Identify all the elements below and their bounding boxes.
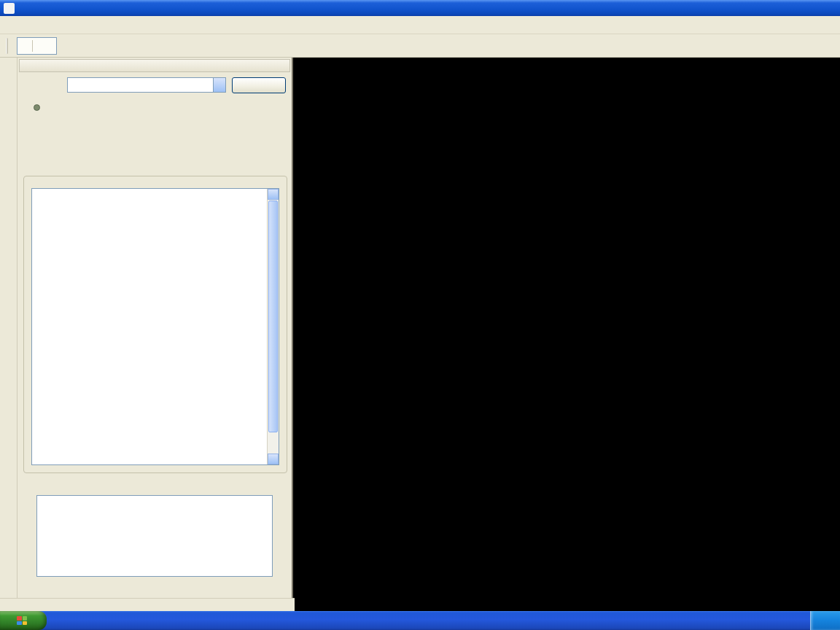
status-bar-readouts	[295, 598, 840, 611]
object-info-groupbox	[23, 176, 287, 473]
report-rows	[32, 189, 267, 464]
toolbar	[0, 34, 840, 58]
object-info-report	[31, 188, 279, 465]
result-bullet-icon	[34, 104, 40, 111]
status-bar	[0, 598, 840, 611]
scrollbar-up-icon[interactable]	[268, 189, 279, 200]
menu-bar	[0, 16, 840, 34]
toolbar-grip[interactable]	[6, 38, 8, 54]
scrollbar-down-icon[interactable]	[268, 454, 279, 464]
start-button[interactable]	[0, 611, 47, 630]
status-bar-left	[0, 598, 295, 611]
taskbar	[0, 611, 840, 630]
system-tray	[810, 611, 840, 630]
sky-chart[interactable]	[293, 58, 840, 598]
search-combobox[interactable]	[67, 77, 226, 93]
find-button[interactable]	[232, 77, 286, 93]
time-date-divider	[32, 40, 33, 52]
related-results-list[interactable]	[36, 495, 273, 577]
time-date-field[interactable]	[17, 37, 57, 55]
windows-logo-icon	[17, 616, 27, 625]
combo-dropdown-button[interactable]	[213, 78, 225, 92]
find-panel	[18, 58, 293, 598]
title-bar	[0, 0, 840, 16]
report-scrollbar[interactable]	[267, 189, 279, 464]
scrollbar-track[interactable]	[268, 200, 279, 454]
scrollbar-thumb[interactable]	[268, 201, 278, 432]
find-panel-header[interactable]	[19, 59, 290, 72]
quick-launch	[47, 611, 57, 630]
application-window	[0, 0, 840, 630]
side-tab-strip	[0, 58, 18, 598]
app-icon	[4, 3, 15, 14]
main-area	[0, 58, 840, 598]
